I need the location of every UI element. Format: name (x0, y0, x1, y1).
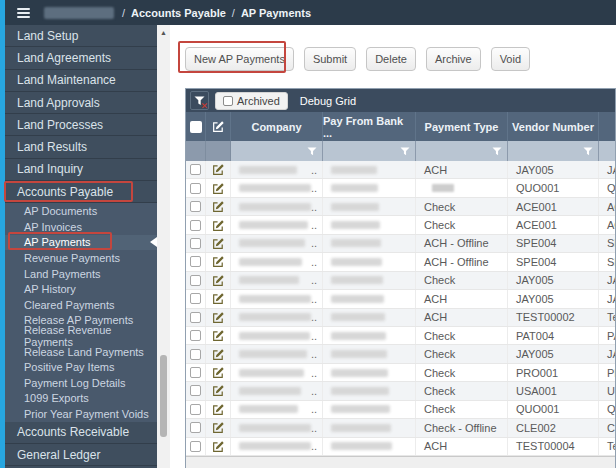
sidebar-subitem-positive-pay-items[interactable]: Positive Pay Items (5, 359, 157, 375)
edit-icon (212, 274, 225, 287)
filter-cell-payment-type[interactable] (416, 141, 508, 161)
row-checkbox[interactable] (190, 367, 201, 378)
grid-table: CompanyPay From Bank ...Payment TypeVend… (186, 112, 616, 468)
edit-icon (212, 403, 225, 416)
sidebar-subitem-ap-history[interactable]: AP History (5, 281, 157, 297)
row-checkbox[interactable] (190, 183, 201, 194)
payment-type-cell: ACH - Offline (416, 253, 508, 270)
row-checkbox[interactable] (190, 330, 201, 341)
row-edit-cell[interactable] (206, 309, 231, 326)
row-edit-cell[interactable] (206, 438, 231, 455)
vendor-number-cell: ACE001 (508, 198, 599, 215)
sidebar-subitem-payment-log-details[interactable]: Payment Log Details (5, 375, 157, 391)
column-header-vendor-name[interactable] (599, 112, 616, 141)
sidebar-item-general-ledger[interactable]: General Ledger (5, 444, 157, 466)
sidebar-item-accounts-receivable[interactable]: Accounts Receivable (5, 422, 157, 444)
row-checkbox[interactable] (190, 256, 201, 267)
row-checkbox[interactable] (190, 441, 201, 452)
filter-cell-pay-from-bank-[interactable] (323, 141, 416, 161)
truncation-dots: .. (311, 348, 317, 360)
row-edit-cell[interactable] (206, 179, 231, 196)
row-edit-cell[interactable] (206, 345, 231, 362)
sidebar-subitem-prior-year-payment-voids[interactable]: Prior Year Payment Voids (5, 406, 157, 422)
redacted-bank (331, 387, 389, 395)
sidebar-subitem-land-payments[interactable]: Land Payments (5, 266, 157, 282)
column-header-company[interactable]: Company (231, 112, 323, 141)
row-edit-cell[interactable] (206, 253, 231, 270)
pay-from-bank-cell (323, 216, 416, 233)
row-edit-cell[interactable] (206, 364, 231, 381)
delete-button[interactable]: Delete (366, 47, 416, 71)
sidebar-subitem-ap-payments[interactable]: AP Payments (5, 235, 157, 251)
sidebar-subitem-release-revenue-payments[interactable]: Release Revenue Payments (5, 328, 157, 344)
sidebar-item-land-inquiry[interactable]: Land Inquiry (5, 159, 157, 181)
row-checkbox[interactable] (190, 385, 201, 396)
sidebar-item-land-maintenance[interactable]: Land Maintenance (5, 70, 157, 92)
row-checkbox[interactable] (190, 220, 201, 231)
edit-icon (212, 311, 225, 324)
breadcrumb-item[interactable]: AP Payments (241, 7, 311, 19)
row-edit-cell[interactable] (206, 161, 231, 178)
row-select-cell (186, 345, 206, 362)
sidebar-item-land-agreements[interactable]: Land Agreements (5, 47, 157, 69)
submit-button[interactable]: Submit (304, 47, 356, 71)
row-edit-cell[interactable] (206, 419, 231, 436)
sidebar-item-land-results[interactable]: Land Results (5, 136, 157, 158)
payment-type-cell: ACH (416, 309, 508, 326)
row-checkbox[interactable] (190, 293, 201, 304)
void-button[interactable]: Void (491, 47, 530, 71)
pay-from-bank-cell (323, 382, 416, 399)
archive-button[interactable]: Archive (426, 47, 481, 71)
sidebar-item-land-approvals[interactable]: Land Approvals (5, 92, 157, 114)
menu-icon[interactable] (17, 8, 30, 18)
row-edit-cell[interactable] (206, 235, 231, 252)
scroll-up-icon[interactable]: ▲ (157, 28, 170, 37)
row-checkbox[interactable] (190, 164, 201, 175)
sidebar-subitem-1099-exports[interactable]: 1099 Exports (5, 391, 157, 407)
sidebar-subitem-revenue-payments[interactable]: Revenue Payments (5, 250, 157, 266)
row-checkbox[interactable] (190, 275, 201, 286)
column-header-pay-from-bank-[interactable]: Pay From Bank ... (323, 112, 416, 141)
row-edit-cell[interactable] (206, 272, 231, 289)
row-edit-cell[interactable] (206, 327, 231, 344)
row-checkbox[interactable] (190, 201, 201, 212)
select-all-header-cell[interactable] (186, 112, 206, 141)
sidebar-subitem-ap-documents[interactable]: AP Documents (5, 203, 157, 219)
archived-checkbox[interactable] (223, 96, 233, 106)
top-bar: /Accounts Payable/AP Payments (5, 0, 616, 25)
clear-filter-button[interactable]: ✕ (190, 91, 209, 110)
sidebar-subitem-cleared-payments[interactable]: Cleared Payments (5, 297, 157, 313)
row-edit-cell[interactable] (206, 401, 231, 418)
filter-cell-vendor-name[interactable] (599, 141, 616, 161)
column-header-vendor-number[interactable]: Vendor Number (508, 112, 599, 141)
sidebar-scrollbar[interactable]: ▲ (157, 25, 170, 468)
redacted-company (239, 350, 307, 358)
row-edit-cell[interactable] (206, 198, 231, 215)
sidebar-item-land-setup[interactable]: Land Setup (5, 25, 157, 47)
filter-cell-company[interactable] (231, 141, 323, 161)
payment-type-cell: ACH (416, 161, 508, 178)
row-edit-cell[interactable] (206, 216, 231, 233)
main-content: New AP PaymentsSubmitDeleteArchiveVoid ✕… (170, 25, 616, 468)
archived-toggle-button[interactable]: Archived (215, 92, 288, 110)
filter-cell-vendor-number[interactable] (508, 141, 599, 161)
row-checkbox[interactable] (190, 312, 201, 323)
sidebar-subitem-release-land-payments[interactable]: Release Land Payments (5, 344, 157, 360)
company-cell: .. (231, 401, 323, 418)
row-checkbox[interactable] (190, 422, 201, 433)
row-edit-cell[interactable] (206, 290, 231, 307)
row-checkbox[interactable] (190, 238, 201, 249)
scrollbar-thumb[interactable] (160, 355, 167, 437)
row-checkbox[interactable] (190, 404, 201, 415)
new-ap-payments-button[interactable]: New AP Payments (185, 47, 294, 71)
row-checkbox[interactable] (190, 349, 201, 360)
sidebar-item-land-processes[interactable]: Land Processes (5, 114, 157, 136)
select-all-checkbox[interactable] (190, 121, 202, 133)
redacted-company (239, 405, 298, 413)
sidebar-item-accounts-payable[interactable]: Accounts Payable (5, 181, 157, 203)
sidebar-subitem-ap-invoices[interactable]: AP Invoices (5, 219, 157, 235)
column-header-payment-type[interactable]: Payment Type (416, 112, 508, 141)
debug-grid-label[interactable]: Debug Grid (300, 95, 356, 107)
breadcrumb-item[interactable]: Accounts Payable (131, 7, 226, 19)
row-edit-cell[interactable] (206, 382, 231, 399)
